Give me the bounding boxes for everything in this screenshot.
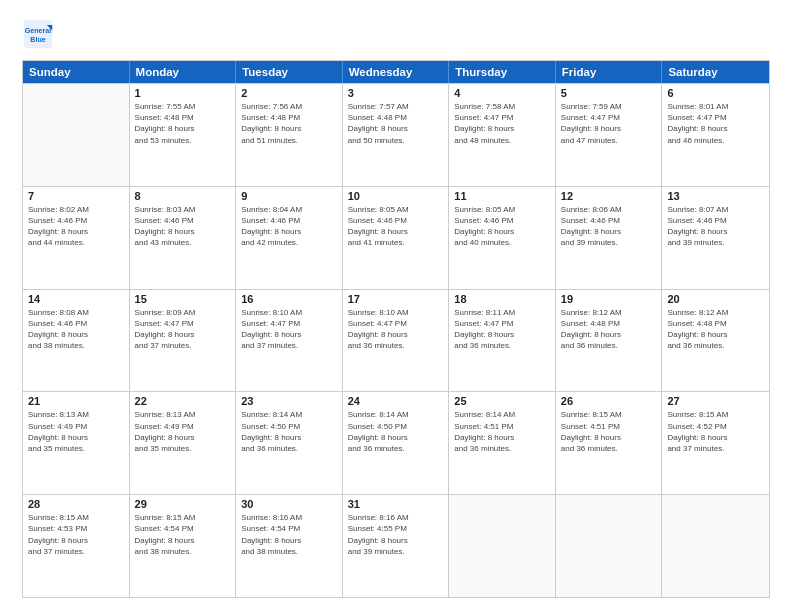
day-number: 22 [135, 395, 231, 407]
cell-info-line: Daylight: 8 hours [348, 226, 444, 237]
calendar-cell: 16Sunrise: 8:10 AMSunset: 4:47 PMDayligh… [236, 290, 343, 392]
cell-info-line: Sunrise: 7:55 AM [135, 101, 231, 112]
cell-info-line: Daylight: 8 hours [667, 226, 764, 237]
cell-info-line: Sunrise: 8:02 AM [28, 204, 124, 215]
cell-info-line: Sunset: 4:48 PM [348, 112, 444, 123]
day-number: 23 [241, 395, 337, 407]
calendar-cell [662, 495, 769, 597]
weekday-header-friday: Friday [556, 61, 663, 83]
cell-info-line: Sunset: 4:46 PM [454, 215, 550, 226]
cell-info-line: and 48 minutes. [454, 135, 550, 146]
cell-info-line: Sunrise: 8:10 AM [241, 307, 337, 318]
cell-info-line: Sunset: 4:47 PM [241, 318, 337, 329]
cell-info-line: Daylight: 8 hours [241, 123, 337, 134]
cell-info-line: Daylight: 8 hours [667, 123, 764, 134]
cell-info-line: and 53 minutes. [135, 135, 231, 146]
cell-info-line: Sunrise: 8:14 AM [454, 409, 550, 420]
cell-info-line: and 36 minutes. [454, 443, 550, 454]
cell-info-line: Sunrise: 8:15 AM [135, 512, 231, 523]
cell-info-line: and 36 minutes. [454, 340, 550, 351]
cell-info-line: Sunrise: 8:16 AM [348, 512, 444, 523]
day-number: 25 [454, 395, 550, 407]
cell-info-line: and 36 minutes. [348, 443, 444, 454]
cell-info-line: Sunset: 4:46 PM [28, 318, 124, 329]
cell-info-line: Daylight: 8 hours [135, 329, 231, 340]
cell-info-line: and 37 minutes. [135, 340, 231, 351]
calendar-cell: 25Sunrise: 8:14 AMSunset: 4:51 PMDayligh… [449, 392, 556, 494]
cell-info-line: Sunrise: 8:12 AM [561, 307, 657, 318]
cell-info-line: Sunset: 4:46 PM [561, 215, 657, 226]
cell-info-line: and 39 minutes. [561, 237, 657, 248]
calendar-row-1: 7Sunrise: 8:02 AMSunset: 4:46 PMDaylight… [23, 186, 769, 289]
day-number: 12 [561, 190, 657, 202]
cell-info-line: Sunset: 4:47 PM [135, 318, 231, 329]
calendar-cell: 22Sunrise: 8:13 AMSunset: 4:49 PMDayligh… [130, 392, 237, 494]
cell-info-line: Sunset: 4:54 PM [241, 523, 337, 534]
cell-info-line: Sunset: 4:47 PM [348, 318, 444, 329]
cell-info-line: Sunset: 4:46 PM [241, 215, 337, 226]
cell-info-line: and 39 minutes. [348, 546, 444, 557]
day-number: 11 [454, 190, 550, 202]
day-number: 20 [667, 293, 764, 305]
cell-info-line: Sunrise: 8:03 AM [135, 204, 231, 215]
cell-info-line: Daylight: 8 hours [667, 329, 764, 340]
cell-info-line: Daylight: 8 hours [454, 432, 550, 443]
cell-info-line: Sunrise: 8:06 AM [561, 204, 657, 215]
cell-info-line: and 37 minutes. [241, 340, 337, 351]
cell-info-line: Sunset: 4:53 PM [28, 523, 124, 534]
cell-info-line: Daylight: 8 hours [135, 123, 231, 134]
calendar-cell: 26Sunrise: 8:15 AMSunset: 4:51 PMDayligh… [556, 392, 663, 494]
calendar-row-4: 28Sunrise: 8:15 AMSunset: 4:53 PMDayligh… [23, 494, 769, 597]
cell-info-line: and 36 minutes. [667, 340, 764, 351]
calendar-body: 1Sunrise: 7:55 AMSunset: 4:48 PMDaylight… [23, 83, 769, 597]
cell-info-line: Daylight: 8 hours [454, 226, 550, 237]
cell-info-line: Sunset: 4:47 PM [561, 112, 657, 123]
cell-info-line: Sunrise: 8:05 AM [348, 204, 444, 215]
calendar-row-0: 1Sunrise: 7:55 AMSunset: 4:48 PMDaylight… [23, 83, 769, 186]
cell-info-line: Daylight: 8 hours [28, 535, 124, 546]
cell-info-line: and 36 minutes. [561, 443, 657, 454]
logo: General Blue [22, 18, 54, 50]
cell-info-line: Sunset: 4:48 PM [135, 112, 231, 123]
calendar-cell [449, 495, 556, 597]
calendar-cell: 20Sunrise: 8:12 AMSunset: 4:48 PMDayligh… [662, 290, 769, 392]
calendar-cell: 17Sunrise: 8:10 AMSunset: 4:47 PMDayligh… [343, 290, 450, 392]
cell-info-line: Daylight: 8 hours [561, 123, 657, 134]
cell-info-line: Sunset: 4:47 PM [454, 318, 550, 329]
cell-info-line: Daylight: 8 hours [454, 123, 550, 134]
cell-info-line: and 50 minutes. [348, 135, 444, 146]
cell-info-line: Daylight: 8 hours [28, 432, 124, 443]
cell-info-line: Sunset: 4:46 PM [28, 215, 124, 226]
calendar-cell: 19Sunrise: 8:12 AMSunset: 4:48 PMDayligh… [556, 290, 663, 392]
cell-info-line: Sunset: 4:51 PM [454, 421, 550, 432]
cell-info-line: Sunrise: 7:57 AM [348, 101, 444, 112]
day-number: 9 [241, 190, 337, 202]
cell-info-line: Sunrise: 8:10 AM [348, 307, 444, 318]
cell-info-line: and 42 minutes. [241, 237, 337, 248]
day-number: 27 [667, 395, 764, 407]
cell-info-line: Daylight: 8 hours [348, 535, 444, 546]
calendar-cell: 24Sunrise: 8:14 AMSunset: 4:50 PMDayligh… [343, 392, 450, 494]
cell-info-line: Sunrise: 8:16 AM [241, 512, 337, 523]
cell-info-line: and 51 minutes. [241, 135, 337, 146]
calendar-header: SundayMondayTuesdayWednesdayThursdayFrid… [23, 61, 769, 83]
day-number: 30 [241, 498, 337, 510]
cell-info-line: Sunset: 4:46 PM [135, 215, 231, 226]
cell-info-line: and 38 minutes. [135, 546, 231, 557]
day-number: 10 [348, 190, 444, 202]
day-number: 7 [28, 190, 124, 202]
calendar-cell [556, 495, 663, 597]
calendar-cell: 1Sunrise: 7:55 AMSunset: 4:48 PMDaylight… [130, 84, 237, 186]
calendar-cell: 31Sunrise: 8:16 AMSunset: 4:55 PMDayligh… [343, 495, 450, 597]
cell-info-line: Daylight: 8 hours [348, 432, 444, 443]
cell-info-line: Daylight: 8 hours [348, 123, 444, 134]
cell-info-line: Daylight: 8 hours [348, 329, 444, 340]
calendar-row-2: 14Sunrise: 8:08 AMSunset: 4:46 PMDayligh… [23, 289, 769, 392]
day-number: 3 [348, 87, 444, 99]
cell-info-line: Sunset: 4:47 PM [667, 112, 764, 123]
cell-info-line: Sunrise: 8:14 AM [241, 409, 337, 420]
calendar-cell: 15Sunrise: 8:09 AMSunset: 4:47 PMDayligh… [130, 290, 237, 392]
day-number: 6 [667, 87, 764, 99]
calendar-cell [23, 84, 130, 186]
cell-info-line: Daylight: 8 hours [28, 329, 124, 340]
